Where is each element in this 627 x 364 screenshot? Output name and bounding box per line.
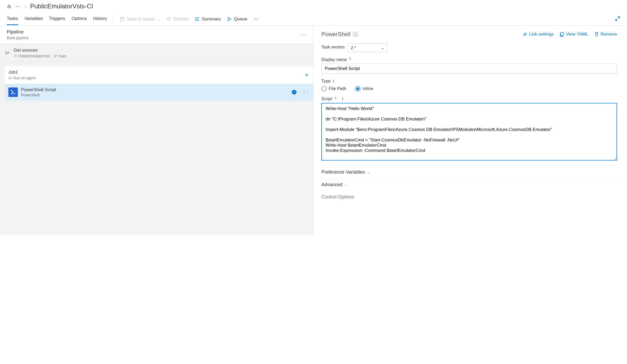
tab-tasks[interactable]: Tasks bbox=[7, 13, 18, 25]
sources-icon bbox=[5, 50, 10, 56]
svg-rect-9 bbox=[9, 77, 12, 78]
repo-icon bbox=[14, 54, 17, 58]
more-actions-button[interactable]: ··· bbox=[254, 16, 259, 22]
check-icon: ✓ bbox=[292, 90, 296, 95]
info-icon[interactable]: i bbox=[333, 79, 334, 84]
remove-button[interactable]: Remove bbox=[594, 32, 617, 37]
job-title: Job1 bbox=[8, 70, 35, 75]
chevron-down-icon: ⌄ bbox=[367, 170, 370, 174]
svg-point-8 bbox=[54, 57, 55, 58]
task-version-select[interactable]: 2.* ⌄ bbox=[348, 43, 387, 52]
pipeline-name[interactable]: PublicEmulatorVsts-CI bbox=[30, 3, 93, 10]
save-queue-label: Save & queue bbox=[127, 16, 155, 22]
display-name-input[interactable] bbox=[321, 64, 617, 74]
task-row-powershell[interactable]: PowerShell Script PowerShell ✓ ⋮⋮ bbox=[5, 84, 313, 101]
type-label: Type bbox=[321, 79, 331, 84]
link-settings-button[interactable]: Link settings bbox=[523, 32, 554, 37]
required-star: * bbox=[335, 97, 336, 101]
tab-variables[interactable]: Variables bbox=[24, 13, 43, 25]
advanced-section[interactable]: Advanced ⌄ bbox=[321, 179, 617, 190]
svg-rect-2 bbox=[121, 17, 123, 19]
repo-name: PublicEmulatorVsts bbox=[18, 54, 50, 58]
svg-point-7 bbox=[56, 55, 57, 56]
right-pane: PowerShell i Link settings View YAML Rem… bbox=[314, 26, 627, 235]
svg-rect-10 bbox=[9, 78, 12, 79]
pipeline-header-row[interactable]: Pipeline Build pipeline ··· bbox=[0, 26, 313, 44]
view-yaml-button[interactable]: View YAML bbox=[560, 32, 588, 37]
tab-history[interactable]: History bbox=[93, 13, 107, 25]
drag-handle-icon[interactable]: ⋮⋮ bbox=[302, 90, 309, 95]
tab-triggers[interactable]: Triggers bbox=[49, 13, 65, 25]
tabs-row: Tasks Variables Triggers Options History… bbox=[0, 13, 627, 26]
powershell-icon bbox=[8, 87, 18, 97]
svg-rect-11 bbox=[561, 32, 563, 36]
pipeline-more-icon[interactable]: ··· bbox=[300, 32, 306, 38]
chevron-down-icon: ⌄ bbox=[344, 183, 347, 187]
left-pane: Pipeline Build pipeline ··· Get sources … bbox=[0, 26, 314, 235]
tab-options[interactable]: Options bbox=[72, 13, 87, 25]
job-subtitle: Run on agent bbox=[8, 76, 35, 80]
get-sources-title: Get sources bbox=[14, 48, 67, 53]
chevron-down-icon: ⌄ bbox=[381, 45, 384, 50]
radio-inline[interactable]: Inline bbox=[355, 86, 373, 91]
radio-file-path[interactable]: File Path bbox=[321, 86, 346, 91]
chevron-right-icon: › bbox=[25, 4, 26, 8]
discard-label: Discard bbox=[174, 16, 189, 22]
job-row[interactable]: Job1 Run on agent + bbox=[5, 66, 313, 84]
pipeline-subtitle: Build pipeline bbox=[7, 36, 29, 40]
discard-button[interactable]: Discard bbox=[167, 16, 189, 22]
script-label: Script bbox=[321, 97, 332, 101]
branch-name: main bbox=[58, 54, 66, 58]
branch-icon bbox=[54, 54, 57, 58]
task-title: PowerShell Script bbox=[21, 87, 56, 92]
task-subtitle: PowerShell bbox=[21, 93, 56, 97]
display-name-label: Display name bbox=[321, 57, 347, 62]
required-star: * bbox=[349, 57, 351, 62]
get-sources-row[interactable]: Get sources PublicEmulatorVsts main bbox=[0, 44, 313, 62]
agent-icon bbox=[8, 76, 12, 80]
divider bbox=[113, 15, 113, 23]
preference-variables-section[interactable]: Preference Variables ⌄ bbox=[321, 167, 617, 178]
breadcrumb: ··· › PublicEmulatorVsts-CI bbox=[0, 0, 627, 13]
queue-button[interactable]: Queue bbox=[227, 16, 247, 22]
add-task-button[interactable]: + bbox=[305, 71, 309, 79]
info-icon[interactable]: i bbox=[342, 97, 343, 101]
info-icon[interactable]: i bbox=[353, 32, 358, 37]
svg-point-4 bbox=[195, 19, 196, 19]
task-version-label: Task version bbox=[321, 45, 345, 49]
summary-button[interactable]: Summary bbox=[195, 16, 221, 22]
queue-label: Queue bbox=[234, 16, 247, 22]
svg-rect-0 bbox=[8, 7, 10, 8]
task-detail-title: PowerShell bbox=[321, 31, 350, 38]
svg-point-5 bbox=[195, 20, 196, 21]
chevron-down-icon: ⌄ bbox=[157, 16, 160, 22]
pipeline-title: Pipeline bbox=[7, 29, 29, 35]
pipeline-root-icon[interactable] bbox=[7, 4, 12, 9]
svg-rect-1 bbox=[121, 17, 124, 21]
script-textarea[interactable] bbox=[321, 103, 617, 161]
more-icon[interactable]: ··· bbox=[16, 4, 21, 9]
control-options-section[interactable]: Control Options bbox=[321, 192, 617, 202]
summary-label: Summary bbox=[202, 16, 221, 22]
svg-point-3 bbox=[195, 17, 196, 18]
expand-icon[interactable] bbox=[615, 16, 620, 22]
save-and-queue-button[interactable]: Save & queue ⌄ bbox=[120, 16, 160, 22]
svg-point-6 bbox=[54, 55, 55, 56]
